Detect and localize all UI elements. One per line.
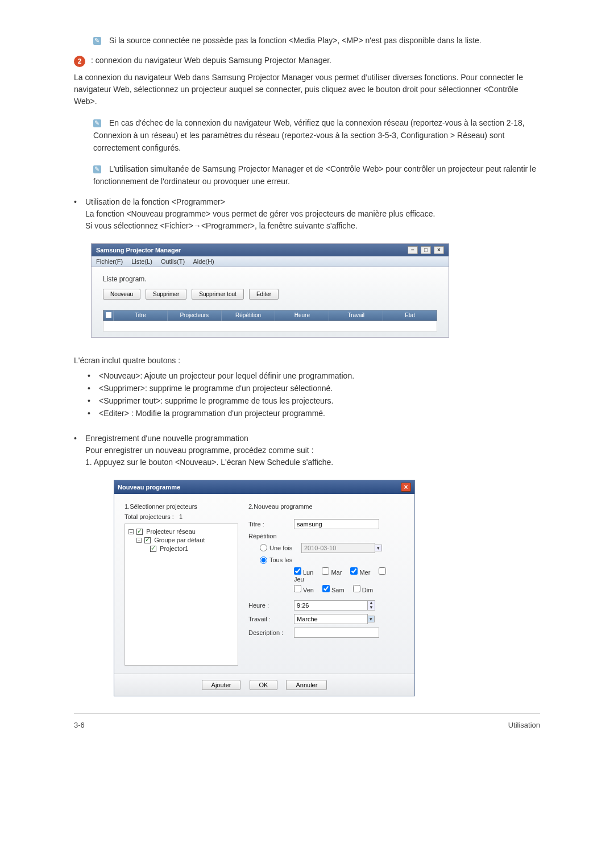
input-heure[interactable]	[294, 600, 368, 610]
days-row-2: Ven Sam Dim	[294, 585, 404, 593]
fb-item-1: <Supprimer>: supprime le programme d'un …	[99, 384, 333, 393]
btn-ok[interactable]: OK	[250, 680, 278, 690]
chk-ven[interactable]	[294, 585, 301, 592]
programmer-heading: Utilisation de la fonction <Programmer>	[85, 196, 435, 208]
section-programmer: • Utilisation de la fonction <Programmer…	[74, 196, 540, 232]
input-titre[interactable]	[294, 519, 379, 529]
label-titre: Titre :	[248, 521, 294, 528]
btn-nouveau[interactable]: Nouveau	[103, 289, 140, 300]
step2-title: : connexion du navigateur Web depuis Sam…	[91, 56, 331, 65]
col-repetition: Répétition	[222, 310, 276, 321]
spm-list-label: Liste program.	[103, 275, 437, 283]
select-travail[interactable]	[294, 614, 368, 624]
tree-root: Projecteur réseau	[146, 528, 196, 535]
note-text: En cas d'échec de la connexion du naviga…	[93, 118, 525, 153]
four-buttons-intro: L'écran inclut quatre boutons :	[74, 355, 540, 367]
fb-item-2: <Supprimer tout>: supprime le programme …	[99, 396, 333, 405]
dropdown-icon[interactable]: ▾	[367, 616, 375, 622]
np-total-label: Total projecteurs :	[125, 513, 174, 520]
spm-window: Samsung Projector Manager – □ × Fichier(…	[91, 243, 449, 338]
col-heure: Heure	[275, 310, 329, 321]
note-icon	[93, 119, 101, 127]
maximize-icon[interactable]: □	[421, 246, 431, 254]
np-title-text: Nouveau programme	[118, 484, 180, 491]
col-titre: Titre	[114, 310, 168, 321]
input-date	[301, 543, 375, 553]
programmer-line2: Si vous sélectionnez <Fichier>→<Programm…	[85, 220, 435, 232]
note-mp-unavailable: Si la source connectée ne possède pas la…	[93, 34, 540, 47]
fb-item-0: <Nouveau>: Ajoute un projecteur pour leq…	[99, 371, 354, 380]
chk-dim[interactable]	[353, 585, 360, 592]
np-footer: Ajouter OK Annuler	[114, 674, 414, 696]
days-row-1: Lun Mar Mer Jeu	[294, 567, 404, 583]
np-window: Nouveau programme × 1.Sélectionner proje…	[114, 480, 415, 696]
step-number-badge: 2	[74, 56, 85, 67]
register-heading: Enregistrement d'une nouvelle programmat…	[85, 433, 333, 445]
tree-leaf: Projector1	[160, 545, 188, 552]
chk-jeu[interactable]	[379, 567, 386, 575]
btn-supprimer[interactable]: Supprimer	[146, 289, 186, 300]
note-text: Si la source connectée ne possède pas la…	[109, 36, 482, 45]
menu-liste[interactable]: Liste(L)	[131, 258, 152, 265]
label-une-fois: Une fois	[269, 545, 301, 551]
page-footer: 3-6 Utilisation	[74, 713, 540, 729]
tree-collapse-icon[interactable]: –	[136, 538, 142, 543]
menu-fichier[interactable]: Fichier(F)	[96, 258, 123, 265]
np-total-value: 1	[179, 513, 182, 520]
fb-item-3: <Editer> : Modifie la programmation d'un…	[99, 409, 325, 418]
spm-window-controls: – □ ×	[406, 246, 444, 254]
spinner-icon[interactable]: ▲▼	[367, 600, 375, 610]
label-heure: Heure :	[248, 602, 294, 609]
chk-lun[interactable]	[294, 567, 301, 575]
col-etat: Etat	[383, 310, 437, 321]
label-description: Description :	[248, 629, 294, 636]
section-register: • Enregistrement d'une nouvelle programm…	[74, 433, 540, 468]
btn-annuler[interactable]: Annuler	[286, 680, 327, 690]
input-description[interactable]	[294, 628, 379, 638]
close-icon[interactable]: ×	[401, 483, 411, 492]
spm-table-header: Titre Projecteurs Répétition Heure Trava…	[103, 310, 437, 321]
tree-collapse-icon[interactable]: –	[128, 529, 134, 534]
chk-sam[interactable]	[322, 585, 330, 592]
col-travail: Travail	[329, 310, 383, 321]
spm-titlebar: Samsung Projector Manager – □ ×	[92, 244, 449, 256]
note-web-fail: En cas d'échec de la connexion du naviga…	[93, 117, 540, 155]
footer-right: Utilisation	[508, 721, 540, 729]
register-line1: Pour enregistrer un nouveau programme, p…	[85, 445, 333, 456]
spm-button-row: Nouveau Supprimer Supprimer tout Editer	[103, 289, 437, 300]
btn-editer[interactable]: Editer	[249, 289, 279, 300]
minimize-icon[interactable]: –	[408, 246, 418, 254]
btn-supprimer-tout[interactable]: Supprimer tout	[192, 289, 244, 300]
tree-check-leaf[interactable]	[150, 546, 156, 552]
dropdown-icon[interactable]: ▾	[375, 545, 382, 551]
menu-outils[interactable]: Outils(T)	[161, 258, 185, 265]
radio-tous-les[interactable]	[260, 556, 267, 564]
spm-menubar: Fichier(F) Liste(L) Outils(T) Aide(H)	[92, 256, 449, 267]
menu-aide[interactable]: Aide(H)	[193, 258, 214, 265]
tree-group: Groupe par défaut	[154, 537, 205, 543]
np-tree[interactable]: – Projecteur réseau – Groupe par défaut …	[125, 524, 238, 666]
radio-une-fois[interactable]	[260, 544, 267, 551]
np-right-title: 2.Nouveau programme	[248, 503, 404, 510]
note-text: L'utilisation simultanée de Samsung Proj…	[93, 164, 536, 186]
np-titlebar: Nouveau programme ×	[114, 480, 414, 494]
note-simultaneous: L'utilisation simultanée de Samsung Proj…	[93, 163, 540, 188]
programmer-line1: La fonction <Nouveau programme> vous per…	[85, 208, 435, 220]
header-checkbox[interactable]	[106, 312, 111, 318]
register-line2: 1. Appuyez sur le bouton <Nouveau>. L'éc…	[85, 456, 333, 468]
chk-mar[interactable]	[322, 567, 329, 575]
label-repetition: Répétition	[248, 533, 294, 539]
step2-desc: La connexion du navigateur Web dans Sams…	[74, 72, 540, 107]
step2-block: 2 : connexion du navigateur Web depuis S…	[74, 55, 540, 67]
col-projecteurs: Projecteurs	[168, 310, 222, 321]
chk-mer[interactable]	[350, 567, 358, 575]
note-icon	[93, 165, 101, 173]
label-travail: Travail :	[248, 616, 294, 622]
tree-check-root[interactable]	[136, 529, 143, 535]
tree-check-group[interactable]	[144, 537, 151, 543]
np-left-title: 1.Sélectionner projecteurs	[125, 503, 238, 510]
btn-ajouter[interactable]: Ajouter	[202, 680, 241, 690]
close-icon[interactable]: ×	[434, 246, 444, 254]
spm-title-text: Samsung Projector Manager	[96, 247, 181, 254]
footer-left: 3-6	[74, 721, 85, 729]
